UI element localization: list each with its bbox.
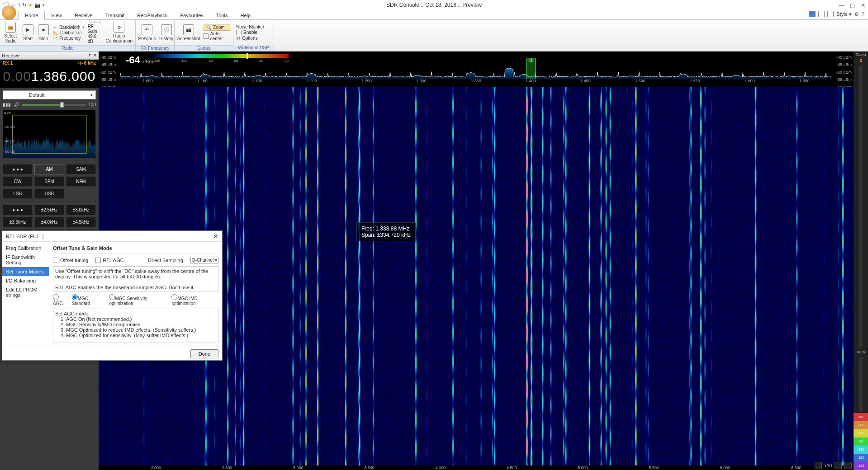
layout-icon-1[interactable]	[809, 11, 816, 17]
maximize-icon[interactable]: ▢	[850, 2, 855, 8]
direct-sampling-select[interactable]: Q-Channel ▾	[190, 257, 218, 263]
noise-blanker-label: Noise Blanker:	[236, 24, 266, 29]
signal-color-bar: -120-100-80-60-40-20	[153, 54, 289, 58]
mode-nfm-button[interactable]: NFM	[66, 176, 96, 187]
nav-set-tuner-modes[interactable]: Set Tuner Modes	[2, 267, 49, 276]
volume-slider[interactable]	[22, 104, 85, 106]
auto-label[interactable]: Auto	[854, 349, 868, 355]
tab-home[interactable]: Home	[18, 11, 45, 20]
qat-camera-icon[interactable]: 📷	[34, 2, 41, 8]
mode-cw-button[interactable]: CW	[3, 176, 33, 187]
gain-mode-radios: AGC MGC Standard MGC Sensitivity optimiz…	[53, 294, 218, 306]
tab-help[interactable]: Help	[234, 11, 257, 19]
ruler-icon: 📐	[53, 30, 58, 35]
minimize-icon[interactable]: —	[839, 2, 844, 8]
preset-dropdown[interactable]: Default ▾	[3, 90, 96, 99]
group-label-extras: Extras	[175, 45, 233, 51]
frequency-button[interactable]: 〰Frequency	[53, 36, 84, 41]
right-control-strip: Zoom ⇕ Auto -60-77-92-98-110-130-143	[854, 52, 868, 470]
volume-value: 100	[88, 102, 96, 107]
tab-favourites[interactable]: Favourites	[174, 11, 209, 19]
qat-refresh-icon[interactable]: ↻	[22, 2, 26, 8]
filter-40-button[interactable]: ±4.0kHz	[34, 217, 64, 227]
radio-mgc-imd[interactable]: MGC IMD optimization	[171, 294, 218, 306]
panel-dropdown-icon[interactable]: ▾	[89, 52, 91, 58]
radio-config-button[interactable]: ⚙ Radio Configuration	[106, 21, 133, 44]
filter-35-button[interactable]: ±3.5kHz	[3, 217, 33, 227]
spectrum-zoom-slider[interactable]	[859, 66, 863, 347]
help-icon[interactable]: ?	[862, 11, 864, 17]
close-icon[interactable]: ✕	[861, 2, 866, 8]
stop-button[interactable]: ■ Stop	[38, 21, 49, 44]
tuned-frequency-band[interactable]: 1	[526, 58, 536, 79]
nav-iq-balancing[interactable]: I/Q Balancing	[2, 276, 49, 285]
mode-bfm-button[interactable]: BFM	[34, 176, 64, 187]
mode-sam-button[interactable]: SAM	[66, 164, 96, 174]
group-label-dsp: Wideband DSP	[233, 45, 274, 51]
filter-25-button[interactable]: ±2.5kHz	[34, 205, 64, 215]
mode-more-button[interactable]: ● ● ●	[3, 164, 33, 174]
radio-mgc-sensitivity[interactable]: MGC Sensitivity optimization	[109, 294, 167, 306]
mode-am-button[interactable]: AM	[34, 164, 64, 174]
auto-center-checkbox[interactable]: Auto center	[204, 31, 230, 41]
dialog-help-text[interactable]: Use "Offset tuning" to shift the "DC" sp…	[53, 266, 218, 291]
dialog-close-icon[interactable]: ✕	[213, 233, 218, 240]
speaker-icon[interactable]: 🔊	[14, 102, 19, 107]
start-button[interactable]: ▶ Start	[22, 21, 34, 44]
wf-play-icon[interactable]	[835, 462, 842, 469]
qat-stop-icon[interactable]: ◻	[16, 2, 20, 8]
style-dropdown[interactable]: Style ▾	[836, 11, 852, 17]
undo-icon: ↶	[142, 24, 152, 35]
filter-more-button[interactable]: ● ● ●	[3, 205, 33, 215]
radio-mgc-standard[interactable]: MGC Standard	[72, 294, 105, 306]
zoom-arrows-icon[interactable]: ⇕	[854, 58, 868, 64]
mini-spectrum[interactable]: 0 dB -20 dB -40 dB -60 dB	[3, 110, 96, 159]
tab-tools[interactable]: Tools	[210, 11, 234, 19]
chevron-down-icon: ▾	[90, 93, 93, 97]
tab-receive[interactable]: Receive	[68, 11, 99, 19]
qat-star-icon[interactable]: ★	[28, 2, 33, 8]
rtl-agc-checkbox[interactable]: RTL AGC	[95, 258, 123, 263]
app-logo-icon[interactable]	[2, 5, 16, 20]
settings-icon[interactable]: ⚙	[854, 11, 859, 17]
frequency-display[interactable]: 0.001.386.000	[0, 66, 99, 88]
layout-icon-2[interactable]	[818, 11, 825, 17]
dialog-titlebar[interactable]: RTL SDR (FULL) ✕	[2, 231, 222, 242]
bars-icon[interactable]: ▮▮▮	[3, 102, 11, 107]
history-button[interactable]: 🕘 History	[159, 21, 173, 44]
options-button[interactable]: ⚙Options	[236, 36, 266, 41]
tab-view[interactable]: View	[45, 11, 68, 19]
nav-if-bandwidth[interactable]: IF Bandwidth Setting	[2, 253, 49, 267]
previous-button[interactable]: ↶ Previous	[138, 21, 156, 44]
screenshot-button[interactable]: 📷 Screenshot	[177, 21, 200, 44]
wf-expand-icon[interactable]	[815, 462, 822, 469]
zoom-button[interactable]: 🔍Zoom	[204, 24, 230, 31]
filter-45-button[interactable]: ±4.5kHz	[66, 217, 96, 227]
qat-dropdown-icon[interactable]: ▾	[43, 3, 44, 7]
layout-icon-3[interactable]	[827, 11, 834, 17]
select-radio-button[interactable]: 📻 Select Radio	[3, 21, 19, 44]
wf-settings-icon[interactable]	[844, 462, 852, 469]
group-label-rxfreq: RX Frequency	[136, 45, 174, 51]
panel-close-icon[interactable]: ✕	[93, 52, 97, 58]
stop-icon: ■	[38, 24, 49, 35]
tab-transmit[interactable]: Transmit	[99, 11, 131, 19]
filter-30-button[interactable]: ±3.0kHz	[66, 205, 96, 215]
mode-grid: ● ● ● AM SAM CW BFM NFM LSB USB	[0, 161, 99, 202]
agc-mode-list[interactable]: Set AGC mode: AGC On (Not recommended.) …	[53, 309, 218, 343]
wave-icon: 〰	[53, 36, 57, 41]
mode-lsb-button[interactable]: LSB	[3, 188, 33, 199]
rf-gain-button[interactable]: ↕ RF Gain 49.6 dB▾	[88, 21, 102, 44]
radio-agc[interactable]: AGC	[53, 294, 67, 306]
offset-tuning-checkbox[interactable]: Offset tuning	[53, 258, 88, 263]
nav-edit-eeprom[interactable]: Edit EEPROM strings	[2, 285, 49, 300]
spectrum-display[interactable]: -64 dBm -120-100-80-60-40-20 -40 dBm-45 …	[99, 52, 854, 87]
calibration-button[interactable]: 📐Calibration	[53, 30, 84, 35]
mode-usb-button[interactable]: USB	[34, 188, 64, 199]
enable-checkbox[interactable]: Enable	[236, 30, 266, 35]
bandwidth-button[interactable]: ↔Bandwidth▾	[53, 25, 84, 30]
waterfall-contrast-slider[interactable]	[859, 357, 863, 411]
nav-freq-calibration[interactable]: Freq Calibration	[2, 244, 49, 253]
tab-rec-playback[interactable]: Rec/Playback	[131, 11, 174, 19]
done-button[interactable]: Done	[190, 349, 218, 358]
